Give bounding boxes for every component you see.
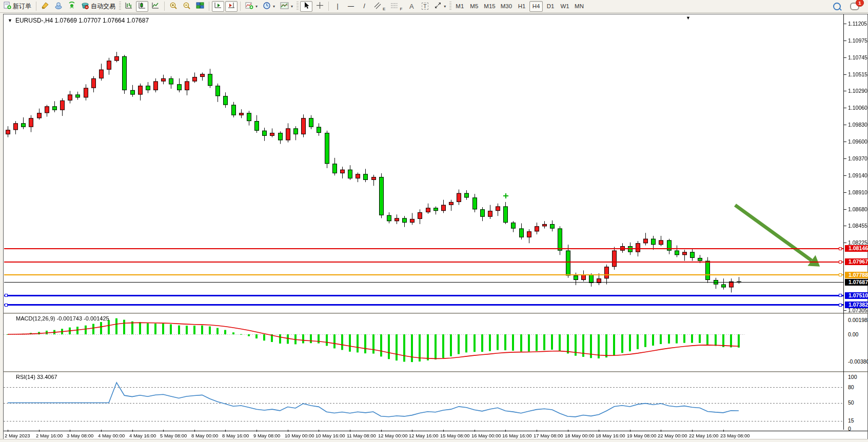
search-button[interactable]: [831, 1, 843, 12]
date-tick-mark: [194, 430, 195, 432]
indicators-button[interactable]: ▾: [243, 1, 260, 12]
toolbar-grip: [119, 2, 121, 11]
templates-icon: [280, 2, 289, 11]
macd-indicator-canvas[interactable]: [4, 314, 843, 371]
tile-windows-button[interactable]: [194, 1, 206, 12]
price-tick-label: 1.10745: [848, 54, 867, 61]
horizontal-line-tool-button[interactable]: —: [345, 1, 357, 12]
date-label: 8 May 16:00: [222, 433, 249, 438]
periods-button[interactable]: ▾: [261, 1, 277, 12]
line-drag-handle[interactable]: [5, 294, 8, 297]
timeframe-button-mn[interactable]: MN: [573, 1, 586, 12]
dropdown-caret-icon: ▾: [444, 4, 446, 9]
macd-label: MACD(12,26,9) -0.001743 -0.001425: [16, 315, 109, 322]
candlestick-chart-icon: [138, 2, 146, 11]
autotrading-button[interactable]: 自动交易: [79, 1, 117, 12]
time-axis-border: [4, 431, 867, 431]
channel-tool-button[interactable]: E: [371, 1, 387, 12]
date-tick-mark: [630, 430, 630, 432]
vertical-line-tool-button[interactable]: |: [331, 1, 344, 12]
line-drag-handle[interactable]: [5, 304, 8, 307]
cursor-tool-button[interactable]: [300, 1, 312, 12]
price-tick-mark: [844, 91, 846, 91]
styler-button[interactable]: [39, 1, 51, 12]
horizontal-level-line[interactable]: [4, 304, 843, 306]
zoom-in-button[interactable]: [167, 1, 180, 12]
toolbar-separator: [209, 2, 209, 11]
notifications-button[interactable]: 1: [848, 1, 861, 12]
line-drag-handle[interactable]: [839, 304, 842, 307]
date-label: 2 May 16:00: [36, 433, 63, 438]
price-chart-canvas[interactable]: [4, 14, 843, 313]
horizontal-level-line[interactable]: [4, 295, 843, 296]
price-tick-mark: [844, 57, 846, 58]
chart-shift-button[interactable]: [225, 1, 238, 12]
horizontal-level-line[interactable]: [4, 262, 843, 263]
notification-badge: 1: [856, 0, 864, 7]
timeframe-button-w1[interactable]: W1: [558, 1, 571, 12]
horizontal-level-line[interactable]: [4, 274, 843, 275]
date-tick-mark: [8, 430, 8, 432]
horizontal-level-line[interactable]: [4, 248, 843, 249]
date-tick-mark: [101, 430, 102, 432]
price-tick-label: 1.09830: [848, 122, 867, 128]
line-drag-handle[interactable]: [839, 294, 842, 297]
auto-scroll-button[interactable]: [212, 1, 224, 12]
new-order-button[interactable]: 新订单: [2, 1, 33, 12]
date-label: 4 May 00:00: [98, 433, 125, 438]
date-label: 18 May 16:00: [596, 433, 625, 438]
chart-shift-marker-icon[interactable]: ▼: [686, 15, 691, 21]
fibonacci-tool-button[interactable]: F: [388, 1, 404, 12]
current-price-line[interactable]: [4, 282, 843, 283]
toolbar-separator: [240, 2, 241, 11]
profiles-button[interactable]: [52, 1, 65, 12]
price-tick-mark: [844, 41, 846, 41]
date-tick-mark: [505, 430, 506, 432]
price-tick-mark: [844, 175, 846, 176]
new-order-icon: [4, 2, 11, 11]
line-drag-handle[interactable]: [839, 260, 842, 264]
price-tick-mark: [844, 158, 846, 159]
timeframe-button-h1[interactable]: H1: [515, 1, 528, 12]
zoom-out-button[interactable]: [181, 1, 193, 12]
price-tick-label: 1.08910: [848, 189, 867, 195]
shapes-tool-button[interactable]: ▾: [432, 1, 448, 12]
line-drag-handle[interactable]: [839, 273, 842, 276]
price-axis-border: [843, 14, 844, 430]
signals-button[interactable]: [66, 1, 78, 12]
date-tick-mark: [350, 430, 350, 432]
timeframe-button-d1[interactable]: D1: [544, 1, 557, 12]
timeframe-button-m30[interactable]: M30: [499, 1, 514, 12]
date-label: 10 May 16:00: [315, 433, 345, 438]
date-tick-mark: [132, 430, 133, 432]
timeframe-button-m5[interactable]: M5: [467, 1, 481, 12]
autotrading-label: 自动交易: [91, 2, 115, 11]
rsi-indicator-canvas[interactable]: [4, 372, 843, 431]
date-label: 11 May 08:00: [347, 433, 376, 438]
price-tick-mark: [844, 24, 846, 24]
timeframe-button-m1[interactable]: M1: [453, 1, 466, 12]
trendline-tool-button[interactable]: /: [358, 1, 370, 12]
symbol-dropdown-icon[interactable]: ▼: [8, 18, 12, 23]
price-tick-mark: [844, 125, 846, 125]
signals-icon: [68, 2, 76, 11]
date-tick-mark: [568, 430, 568, 432]
date-tick-mark: [70, 430, 70, 432]
line-drag-handle[interactable]: [839, 247, 842, 250]
line-chart-type-button[interactable]: [149, 1, 162, 12]
date-label: 2 May 2023: [5, 433, 30, 438]
timeframe-button-m15[interactable]: M15: [482, 1, 497, 12]
date-label: 16 May 16:00: [502, 433, 532, 438]
date-label: 18 May 00:00: [565, 433, 595, 438]
crosshair-tool-button[interactable]: [313, 1, 326, 12]
toolbar-right-group: 1: [830, 1, 867, 12]
templates-button[interactable]: ▾: [278, 1, 295, 12]
price-tick-mark: [844, 74, 846, 75]
text-label-tool-button[interactable]: T: [419, 1, 431, 12]
candlestick-chart-type-button[interactable]: [136, 1, 148, 12]
bar-chart-type-button[interactable]: [123, 1, 135, 12]
timeframe-button-h4[interactable]: H4: [529, 1, 543, 12]
equidistant-channel-icon: [373, 2, 381, 11]
text-tool-button[interactable]: A: [405, 1, 418, 12]
toolbar-grip: [297, 2, 299, 11]
